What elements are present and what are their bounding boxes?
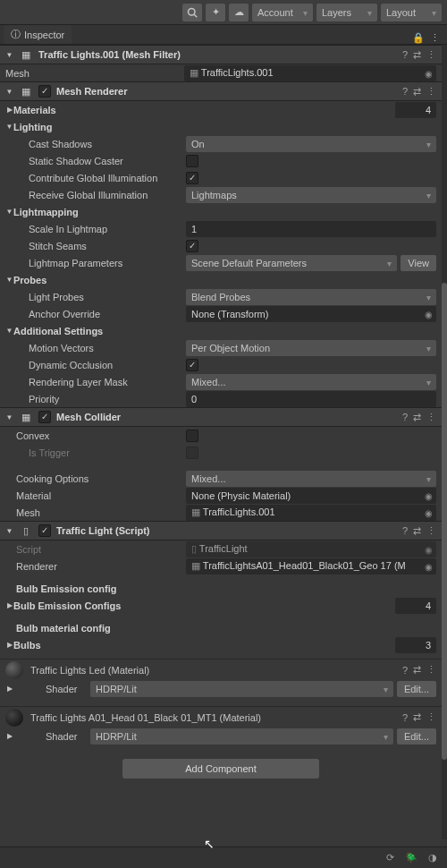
enable-checkbox[interactable]: ✓ bbox=[38, 524, 51, 537]
contribute-gi-label: Contribute Global Illumination bbox=[29, 173, 186, 183]
help-icon[interactable]: ? bbox=[402, 525, 408, 536]
debug-icon[interactable]: 🪲 bbox=[404, 851, 418, 865]
rendering-layer-dropdown[interactable]: Mixed... bbox=[186, 374, 436, 390]
object-picker-icon bbox=[425, 544, 433, 555]
menu-icon[interactable]: ⋮ bbox=[426, 664, 436, 676]
preset-icon[interactable]: ⇄ bbox=[413, 711, 421, 723]
foldout-icon[interactable] bbox=[5, 276, 13, 284]
foldout-icon[interactable] bbox=[5, 327, 13, 335]
tab-menu-icon[interactable]: ⋮ bbox=[430, 32, 440, 44]
enable-checkbox[interactable]: ✓ bbox=[38, 85, 51, 98]
bulb-emission-count[interactable]: 4 bbox=[395, 598, 436, 614]
scrollbar[interactable] bbox=[442, 45, 447, 839]
shader-label: Shader bbox=[46, 731, 90, 742]
view-button[interactable]: View bbox=[401, 255, 436, 271]
object-picker-icon[interactable] bbox=[425, 490, 433, 501]
status-icon[interactable]: ◑ bbox=[426, 851, 440, 865]
edit-button[interactable]: Edit... bbox=[397, 681, 436, 697]
edit-button[interactable]: Edit... bbox=[397, 728, 436, 745]
foldout-icon[interactable] bbox=[5, 208, 13, 216]
auto-refresh-icon[interactable]: ⟳ bbox=[383, 851, 397, 865]
menu-icon[interactable]: ⋮ bbox=[426, 86, 436, 98]
additional-header: Additional Settings bbox=[13, 326, 103, 336]
preset-icon[interactable]: ⇄ bbox=[413, 49, 421, 61]
cooking-options-dropdown[interactable]: Mixed... bbox=[186, 471, 436, 487]
materials-count[interactable]: 4 bbox=[395, 102, 436, 118]
receive-gi-dropdown[interactable]: Lightmaps bbox=[186, 187, 436, 203]
object-picker-icon[interactable] bbox=[425, 507, 433, 518]
help-icon[interactable]: ? bbox=[402, 665, 408, 676]
material-head[interactable]: Traffic Lights A01_Head 01_Black 01_MT1 … bbox=[0, 706, 442, 728]
help-icon[interactable]: ? bbox=[402, 412, 408, 422]
material-preview-icon bbox=[5, 661, 23, 679]
foldout-icon[interactable] bbox=[5, 123, 13, 131]
mesh-filter-icon: ▦ bbox=[19, 47, 33, 62]
menu-icon[interactable]: ⋮ bbox=[426, 49, 436, 61]
foldout-icon[interactable] bbox=[5, 732, 13, 740]
component-traffic-light-script[interactable]: ▯ ✓ Traffic Light (Script) ? ⇄ ⋮ bbox=[0, 521, 442, 540]
shader-dropdown[interactable]: HDRP/Lit bbox=[90, 728, 393, 745]
motion-vectors-label: Motion Vectors bbox=[29, 343, 186, 353]
is-trigger-label: Is Trigger bbox=[29, 447, 186, 458]
foldout-icon[interactable] bbox=[5, 413, 13, 421]
layout-dropdown[interactable]: Layout bbox=[381, 4, 442, 21]
lightmap-params-dropdown[interactable]: Scene Default Parameters bbox=[186, 255, 397, 271]
foldout-icon[interactable] bbox=[5, 685, 13, 693]
foldout-icon[interactable] bbox=[5, 88, 13, 96]
tab-inspector[interactable]: ⓘ Inspector bbox=[4, 25, 72, 44]
account-dropdown[interactable]: Account bbox=[252, 4, 313, 21]
menu-icon[interactable]: ⋮ bbox=[426, 711, 436, 723]
component-mesh-renderer[interactable]: ▦ ✓ Mesh Renderer ? ⇄ ⋮ bbox=[0, 81, 442, 101]
mesh-field[interactable]: ▦ TrafficLights.001 bbox=[184, 65, 436, 81]
material-led[interactable]: Traffic Lights Led (Material) ? ⇄ ⋮ bbox=[0, 659, 442, 680]
light-probes-dropdown[interactable]: Blend Probes bbox=[186, 289, 436, 305]
static-shadow-checkbox[interactable] bbox=[186, 155, 198, 167]
stitch-seams-checkbox[interactable]: ✓ bbox=[186, 240, 198, 252]
foldout-icon[interactable] bbox=[5, 106, 13, 114]
layers-dropdown[interactable]: Layers bbox=[316, 4, 377, 21]
motion-vectors-dropdown[interactable]: Per Object Motion bbox=[186, 340, 436, 356]
rendering-layer-label: Rendering Layer Mask bbox=[29, 377, 186, 387]
convex-checkbox[interactable] bbox=[186, 430, 198, 442]
help-icon[interactable]: ? bbox=[402, 49, 408, 60]
foldout-icon[interactable] bbox=[5, 51, 13, 59]
cast-shadows-dropdown[interactable]: On bbox=[186, 136, 436, 152]
shader-dropdown[interactable]: HDRP/Lit bbox=[90, 681, 393, 697]
scrollbar-thumb[interactable] bbox=[442, 283, 447, 760]
help-icon[interactable]: ? bbox=[402, 86, 408, 97]
component-mesh-filter[interactable]: ▦ Traffic Lights.001 (Mesh Filter) ? ⇄ ⋮ bbox=[0, 45, 442, 64]
snap-icon[interactable]: ✦ bbox=[206, 4, 225, 21]
anchor-override-field[interactable]: None (Transform) bbox=[186, 306, 436, 322]
preset-icon[interactable]: ⇄ bbox=[413, 664, 421, 676]
menu-icon[interactable]: ⋮ bbox=[426, 525, 436, 537]
svg-point-0 bbox=[189, 8, 196, 15]
component-mesh-collider[interactable]: ▦ ✓ Mesh Collider ? ⇄ ⋮ bbox=[0, 407, 442, 427]
foldout-icon[interactable] bbox=[5, 641, 13, 649]
scale-lightmap-input[interactable]: 1 bbox=[186, 221, 436, 237]
bulbs-count[interactable]: 3 bbox=[395, 637, 436, 653]
collider-mesh-field[interactable]: ▦ TrafficLights.001 bbox=[186, 505, 436, 521]
script-label: Script bbox=[16, 544, 186, 555]
enable-checkbox[interactable]: ✓ bbox=[38, 411, 51, 423]
foldout-icon[interactable] bbox=[5, 527, 13, 535]
object-picker-icon[interactable] bbox=[425, 309, 433, 319]
preset-icon[interactable]: ⇄ bbox=[413, 86, 421, 98]
add-component-button[interactable]: Add Component bbox=[122, 759, 319, 779]
menu-icon[interactable]: ⋮ bbox=[426, 412, 436, 423]
preset-icon[interactable]: ⇄ bbox=[413, 525, 421, 537]
stitch-seams-label: Stitch Seams bbox=[29, 241, 186, 251]
priority-input[interactable]: 0 bbox=[186, 391, 436, 407]
preset-icon[interactable]: ⇄ bbox=[413, 412, 421, 423]
search-icon[interactable] bbox=[182, 4, 202, 21]
lock-icon[interactable]: 🔒 bbox=[412, 32, 425, 44]
object-picker-icon[interactable] bbox=[425, 561, 433, 572]
cloud-icon[interactable]: ☁ bbox=[229, 4, 249, 21]
receive-gi-label: Receive Global Illumination bbox=[29, 190, 186, 200]
physic-material-field[interactable]: None (Physic Material) bbox=[186, 488, 436, 504]
dynamic-occlusion-checkbox[interactable]: ✓ bbox=[186, 359, 198, 371]
foldout-icon[interactable] bbox=[5, 601, 13, 609]
renderer-field[interactable]: ▦ TrafficLightsA01_Head01_Black01_Geo 17… bbox=[186, 558, 436, 574]
object-picker-icon[interactable] bbox=[425, 68, 433, 79]
contribute-gi-checkbox[interactable]: ✓ bbox=[186, 172, 198, 184]
help-icon[interactable]: ? bbox=[402, 712, 408, 723]
